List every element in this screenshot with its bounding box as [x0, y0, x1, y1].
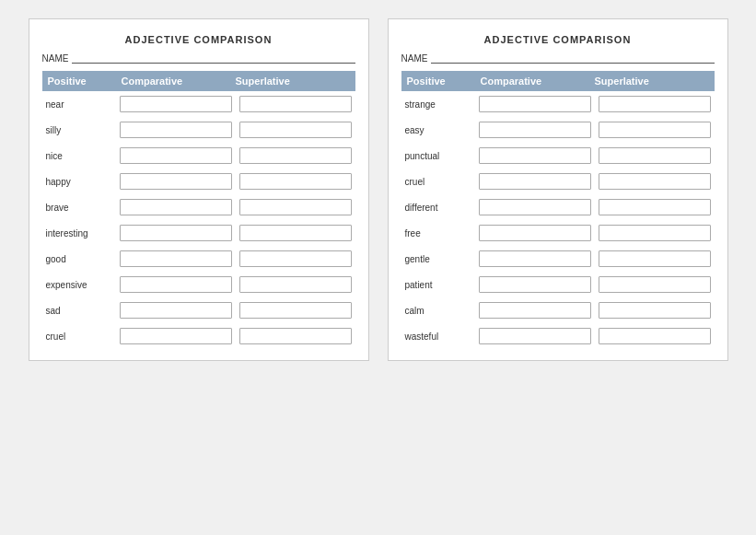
- superlative-input[interactable]: [599, 328, 711, 344]
- superlative-input[interactable]: [239, 225, 352, 241]
- comparative-input[interactable]: [120, 147, 232, 164]
- superlative-input[interactable]: [239, 328, 352, 344]
- ws1-col-positive: Positive: [48, 76, 122, 87]
- comparative-input[interactable]: [120, 199, 232, 215]
- ws2-table-header: Positive Comparative Superlative: [401, 71, 715, 91]
- superlative-input[interactable]: [239, 147, 352, 164]
- comparative-input[interactable]: [479, 225, 591, 241]
- ws1-col-comparative: Comparative: [122, 76, 236, 87]
- adjective-label: patient: [401, 280, 475, 290]
- table-row: free: [401, 222, 715, 244]
- table-row: cruel: [42, 325, 355, 347]
- adjective-label: good: [42, 254, 116, 264]
- table-row: patient: [401, 273, 715, 296]
- table-row: interesting: [42, 222, 355, 244]
- comparative-input[interactable]: [120, 302, 232, 319]
- adjective-label: easy: [401, 125, 475, 135]
- superlative-input[interactable]: [239, 122, 352, 138]
- superlative-input[interactable]: [599, 122, 711, 138]
- adjective-label: interesting: [42, 228, 116, 238]
- superlative-input[interactable]: [599, 302, 711, 319]
- ws1-name-label: NAME: [42, 53, 69, 64]
- adjective-label: calm: [401, 306, 475, 316]
- comparative-input[interactable]: [479, 122, 591, 138]
- table-row: wasteful: [401, 325, 715, 347]
- ws1-name-line: [72, 52, 355, 64]
- superlative-input[interactable]: [599, 147, 711, 164]
- comparative-input[interactable]: [479, 276, 591, 293]
- adjective-label: near: [42, 99, 116, 110]
- ws2-table-body: strange easy punctual cruel different: [401, 93, 715, 347]
- comparative-input[interactable]: [479, 250, 591, 267]
- comparative-input[interactable]: [120, 250, 232, 267]
- comparative-input[interactable]: [479, 173, 591, 190]
- table-row: cruel: [401, 170, 715, 192]
- ws1-col-superlative: Superlative: [236, 76, 350, 87]
- adjective-label: nice: [42, 151, 116, 161]
- adjective-label: strange: [401, 99, 475, 110]
- ws1-table-header: Positive Comparative Superlative: [42, 71, 355, 91]
- superlative-input[interactable]: [239, 302, 352, 319]
- ws2-name-row: NAME: [401, 52, 715, 64]
- comparative-input[interactable]: [479, 147, 591, 164]
- worksheet-1: ADJECTIVE COMPARISON NAME Positive Compa…: [29, 18, 369, 361]
- table-row: expensive: [42, 273, 355, 296]
- table-row: good: [42, 248, 355, 270]
- superlative-input[interactable]: [599, 250, 711, 267]
- adjective-label: gentle: [401, 254, 475, 264]
- ws2-name-label: NAME: [401, 53, 428, 64]
- superlative-input[interactable]: [239, 199, 352, 215]
- table-row: nice: [42, 145, 355, 167]
- adjective-label: happy: [42, 177, 116, 187]
- table-row: punctual: [401, 145, 715, 167]
- adjective-label: different: [401, 203, 475, 213]
- adjective-label: sad: [42, 306, 116, 316]
- superlative-input[interactable]: [599, 276, 711, 293]
- table-row: happy: [42, 170, 355, 192]
- superlative-input[interactable]: [599, 173, 711, 190]
- ws2-name-line: [431, 52, 714, 64]
- comparative-input[interactable]: [120, 276, 232, 293]
- comparative-input[interactable]: [120, 225, 232, 241]
- comparative-input[interactable]: [120, 328, 232, 344]
- ws1-table-body: near silly nice happy brave: [42, 93, 355, 347]
- comparative-input[interactable]: [479, 96, 591, 112]
- comparative-input[interactable]: [479, 199, 591, 215]
- table-row: silly: [42, 119, 355, 141]
- ws2-col-comparative: Comparative: [481, 76, 595, 87]
- adjective-label: brave: [42, 203, 116, 213]
- comparative-input[interactable]: [120, 96, 232, 112]
- adjective-label: expensive: [42, 280, 116, 290]
- table-row: near: [42, 93, 355, 115]
- comparative-input[interactable]: [479, 302, 591, 319]
- comparative-input[interactable]: [120, 122, 232, 138]
- ws2-col-superlative: Superlative: [595, 76, 709, 87]
- adjective-label: wasteful: [401, 331, 475, 342]
- superlative-input[interactable]: [599, 199, 711, 215]
- adjective-label: cruel: [401, 177, 475, 187]
- ws1-name-row: NAME: [42, 52, 355, 64]
- table-row: brave: [42, 196, 355, 218]
- table-row: gentle: [401, 248, 715, 270]
- ws1-title: ADJECTIVE COMPARISON: [42, 34, 355, 45]
- table-row: sad: [42, 299, 355, 321]
- superlative-input[interactable]: [239, 276, 352, 293]
- worksheet-2: ADJECTIVE COMPARISON NAME Positive Compa…: [388, 18, 728, 361]
- adjective-label: silly: [42, 125, 116, 135]
- superlative-input[interactable]: [599, 96, 711, 112]
- table-row: calm: [401, 299, 715, 321]
- comparative-input[interactable]: [120, 173, 232, 190]
- table-row: different: [401, 196, 715, 218]
- ws2-col-positive: Positive: [407, 76, 481, 87]
- adjective-label: punctual: [401, 151, 475, 161]
- comparative-input[interactable]: [479, 328, 591, 344]
- adjective-label: cruel: [42, 331, 116, 342]
- superlative-input[interactable]: [239, 173, 352, 190]
- page: ADJECTIVE COMPARISON NAME Positive Compa…: [0, 0, 756, 535]
- superlative-input[interactable]: [239, 96, 352, 112]
- ws2-title: ADJECTIVE COMPARISON: [401, 34, 715, 45]
- superlative-input[interactable]: [239, 250, 352, 267]
- table-row: easy: [401, 119, 715, 141]
- adjective-label: free: [401, 228, 475, 238]
- superlative-input[interactable]: [599, 225, 711, 241]
